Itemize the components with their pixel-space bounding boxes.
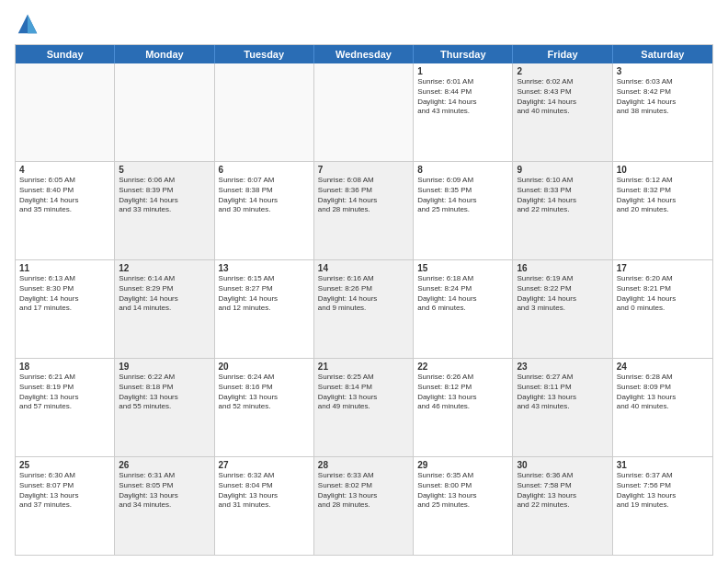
cell-details: Sunrise: 6:18 AM Sunset: 8:24 PM Dayligh…	[417, 274, 508, 314]
weekday-header: Friday	[513, 45, 612, 63]
cell-details: Sunrise: 6:28 AM Sunset: 8:09 PM Dayligh…	[617, 373, 709, 412]
weekday-header: Monday	[115, 45, 214, 63]
calendar-cell	[215, 63, 314, 161]
weekday-header: Wednesday	[314, 45, 414, 63]
cell-details: Sunrise: 6:25 AM Sunset: 8:14 PM Dayligh…	[318, 373, 409, 412]
calendar-cell: 18Sunrise: 6:21 AM Sunset: 8:19 PM Dayli…	[16, 359, 115, 456]
day-number: 1	[417, 66, 508, 76]
cell-details: Sunrise: 6:03 AM Sunset: 8:42 PM Dayligh…	[617, 77, 709, 117]
day-number: 28	[318, 460, 409, 470]
day-number: 8	[417, 165, 508, 175]
cell-details: Sunrise: 6:08 AM Sunset: 8:36 PM Dayligh…	[318, 176, 409, 215]
calendar-cell: 6Sunrise: 6:07 AM Sunset: 8:38 PM Daylig…	[215, 162, 314, 259]
calendar-cell: 24Sunrise: 6:28 AM Sunset: 8:09 PM Dayli…	[613, 359, 712, 456]
calendar-row: 25Sunrise: 6:30 AM Sunset: 8:07 PM Dayli…	[16, 457, 712, 555]
day-number: 15	[417, 263, 508, 273]
calendar-header: SundayMondayTuesdayWednesdayThursdayFrid…	[16, 45, 712, 63]
weekday-header: Sunday	[16, 45, 115, 63]
calendar-cell: 1Sunrise: 6:01 AM Sunset: 8:44 PM Daylig…	[414, 63, 513, 161]
header	[15, 11, 713, 37]
calendar-cell	[16, 63, 115, 161]
cell-details: Sunrise: 6:20 AM Sunset: 8:21 PM Dayligh…	[617, 274, 709, 314]
cell-details: Sunrise: 6:32 AM Sunset: 8:04 PM Dayligh…	[219, 471, 310, 511]
day-number: 22	[417, 362, 508, 372]
calendar-cell: 5Sunrise: 6:06 AM Sunset: 8:39 PM Daylig…	[115, 162, 214, 259]
calendar-cell	[314, 63, 414, 161]
weekday-header: Thursday	[414, 45, 513, 63]
calendar-cell: 23Sunrise: 6:27 AM Sunset: 8:11 PM Dayli…	[513, 359, 612, 456]
cell-details: Sunrise: 6:06 AM Sunset: 8:39 PM Dayligh…	[119, 176, 210, 215]
cell-details: Sunrise: 6:16 AM Sunset: 8:26 PM Dayligh…	[318, 274, 409, 314]
calendar-cell: 13Sunrise: 6:15 AM Sunset: 8:27 PM Dayli…	[215, 260, 314, 358]
cell-details: Sunrise: 6:22 AM Sunset: 8:18 PM Dayligh…	[119, 373, 210, 412]
day-number: 14	[318, 263, 409, 273]
cell-details: Sunrise: 6:27 AM Sunset: 8:11 PM Dayligh…	[517, 373, 608, 412]
calendar-cell: 27Sunrise: 6:32 AM Sunset: 8:04 PM Dayli…	[215, 457, 314, 555]
day-number: 25	[19, 460, 110, 470]
calendar-cell: 2Sunrise: 6:02 AM Sunset: 8:43 PM Daylig…	[513, 63, 612, 161]
day-number: 21	[318, 362, 409, 372]
day-number: 17	[617, 263, 709, 273]
calendar-cell: 20Sunrise: 6:24 AM Sunset: 8:16 PM Dayli…	[215, 359, 314, 456]
calendar-cell: 21Sunrise: 6:25 AM Sunset: 8:14 PM Dayli…	[314, 359, 414, 456]
day-number: 24	[617, 362, 709, 372]
cell-details: Sunrise: 6:01 AM Sunset: 8:44 PM Dayligh…	[417, 77, 508, 117]
cell-details: Sunrise: 6:07 AM Sunset: 8:38 PM Dayligh…	[219, 176, 310, 215]
calendar-cell: 28Sunrise: 6:33 AM Sunset: 8:02 PM Dayli…	[314, 457, 414, 555]
calendar-cell: 19Sunrise: 6:22 AM Sunset: 8:18 PM Dayli…	[115, 359, 214, 456]
cell-details: Sunrise: 6:13 AM Sunset: 8:30 PM Dayligh…	[19, 274, 110, 314]
calendar-cell: 31Sunrise: 6:37 AM Sunset: 7:56 PM Dayli…	[613, 457, 712, 555]
day-number: 13	[219, 263, 310, 273]
cell-details: Sunrise: 6:21 AM Sunset: 8:19 PM Dayligh…	[19, 373, 110, 412]
day-number: 23	[517, 362, 608, 372]
calendar-cell: 9Sunrise: 6:10 AM Sunset: 8:33 PM Daylig…	[513, 162, 612, 259]
day-number: 16	[517, 263, 608, 273]
cell-details: Sunrise: 6:14 AM Sunset: 8:29 PM Dayligh…	[119, 274, 210, 314]
calendar-row: 4Sunrise: 6:05 AM Sunset: 8:40 PM Daylig…	[16, 162, 712, 260]
calendar-cell: 16Sunrise: 6:19 AM Sunset: 8:22 PM Dayli…	[513, 260, 612, 358]
cell-details: Sunrise: 6:35 AM Sunset: 8:00 PM Dayligh…	[417, 471, 508, 511]
calendar-body: 1Sunrise: 6:01 AM Sunset: 8:44 PM Daylig…	[16, 63, 712, 555]
cell-details: Sunrise: 6:05 AM Sunset: 8:40 PM Dayligh…	[19, 176, 110, 215]
calendar-cell: 15Sunrise: 6:18 AM Sunset: 8:24 PM Dayli…	[414, 260, 513, 358]
calendar-cell: 4Sunrise: 6:05 AM Sunset: 8:40 PM Daylig…	[16, 162, 115, 259]
day-number: 18	[19, 362, 110, 372]
day-number: 29	[417, 460, 508, 470]
day-number: 2	[517, 66, 608, 76]
logo-icon	[15, 11, 40, 37]
cell-details: Sunrise: 6:30 AM Sunset: 8:07 PM Dayligh…	[19, 471, 110, 511]
calendar-cell: 22Sunrise: 6:26 AM Sunset: 8:12 PM Dayli…	[414, 359, 513, 456]
cell-details: Sunrise: 6:26 AM Sunset: 8:12 PM Dayligh…	[417, 373, 508, 412]
weekday-header: Tuesday	[215, 45, 314, 63]
cell-details: Sunrise: 6:37 AM Sunset: 7:56 PM Dayligh…	[617, 471, 709, 511]
cell-details: Sunrise: 6:31 AM Sunset: 8:05 PM Dayligh…	[119, 471, 210, 511]
calendar-cell: 26Sunrise: 6:31 AM Sunset: 8:05 PM Dayli…	[115, 457, 214, 555]
calendar-cell: 12Sunrise: 6:14 AM Sunset: 8:29 PM Dayli…	[115, 260, 214, 358]
calendar-cell: 10Sunrise: 6:12 AM Sunset: 8:32 PM Dayli…	[613, 162, 712, 259]
calendar-cell: 30Sunrise: 6:36 AM Sunset: 7:58 PM Dayli…	[513, 457, 612, 555]
calendar-cell: 14Sunrise: 6:16 AM Sunset: 8:26 PM Dayli…	[314, 260, 414, 358]
logo	[15, 11, 44, 37]
weekday-header: Saturday	[613, 45, 712, 63]
cell-details: Sunrise: 6:10 AM Sunset: 8:33 PM Dayligh…	[517, 176, 608, 215]
cell-details: Sunrise: 6:36 AM Sunset: 7:58 PM Dayligh…	[517, 471, 608, 511]
calendar-cell: 25Sunrise: 6:30 AM Sunset: 8:07 PM Dayli…	[16, 457, 115, 555]
day-number: 19	[119, 362, 210, 372]
day-number: 4	[19, 165, 110, 175]
calendar-cell: 17Sunrise: 6:20 AM Sunset: 8:21 PM Dayli…	[613, 260, 712, 358]
day-number: 11	[19, 263, 110, 273]
calendar-row: 1Sunrise: 6:01 AM Sunset: 8:44 PM Daylig…	[16, 63, 712, 162]
calendar: SundayMondayTuesdayWednesdayThursdayFrid…	[15, 44, 713, 556]
day-number: 30	[517, 460, 608, 470]
cell-details: Sunrise: 6:19 AM Sunset: 8:22 PM Dayligh…	[517, 274, 608, 314]
day-number: 5	[119, 165, 210, 175]
calendar-cell: 29Sunrise: 6:35 AM Sunset: 8:00 PM Dayli…	[414, 457, 513, 555]
day-number: 10	[617, 165, 709, 175]
day-number: 26	[119, 460, 210, 470]
cell-details: Sunrise: 6:02 AM Sunset: 8:43 PM Dayligh…	[517, 77, 608, 117]
cell-details: Sunrise: 6:24 AM Sunset: 8:16 PM Dayligh…	[219, 373, 310, 412]
calendar-cell: 3Sunrise: 6:03 AM Sunset: 8:42 PM Daylig…	[613, 63, 712, 161]
day-number: 27	[219, 460, 310, 470]
calendar-cell	[115, 63, 214, 161]
calendar-cell: 8Sunrise: 6:09 AM Sunset: 8:35 PM Daylig…	[414, 162, 513, 259]
